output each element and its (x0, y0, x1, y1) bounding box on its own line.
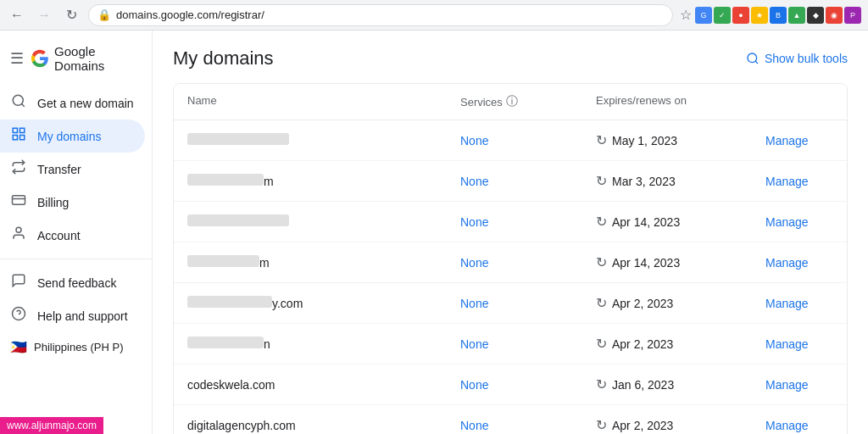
sidebar-logo-text: Google Domains (54, 44, 142, 73)
renew-icon: ↻ (596, 254, 607, 270)
domain-name (187, 214, 460, 229)
locale-label: Philippines (PH P) (34, 341, 124, 353)
sidebar-item-transfer[interactable]: Transfer (0, 153, 145, 186)
forward-button[interactable]: → (34, 5, 54, 25)
sidebar-item-send-feedback[interactable]: Send feedback (0, 266, 145, 299)
lock-icon: 🔒 (97, 8, 111, 21)
renew-icon: ↻ (596, 336, 607, 352)
services-value: None (460, 419, 596, 432)
expires-value: ↻ Apr 2, 2023 (596, 336, 765, 352)
sidebar-item-account[interactable]: Account (0, 219, 145, 252)
bookmark-icon[interactable]: ☆ (680, 7, 692, 23)
table-row: None ↻ May 1, 2023 Manage (174, 120, 847, 161)
manage-cell: Manage (765, 378, 833, 392)
ext-icon-1: G (695, 7, 712, 24)
col-expires-header: Expires/renews on (596, 94, 765, 109)
manage-button[interactable]: Manage (765, 337, 809, 351)
svg-rect-2 (13, 128, 17, 132)
table-row: codeskwela.com None ↻ Jan 6, 2023 Manage (174, 364, 847, 405)
feedback-icon (10, 273, 27, 292)
renew-icon: ↻ (596, 132, 607, 148)
table-header: Name Services ⓘ Expires/renews on (174, 84, 847, 120)
sidebar-item-help-support[interactable]: Help and support (0, 299, 145, 332)
ext-icon-8: ◉ (826, 7, 843, 24)
services-value: None (460, 175, 596, 188)
sidebar-item-label: My domains (37, 130, 101, 143)
manage-button[interactable]: Manage (765, 175, 809, 188)
sidebar-item-get-new-domain[interactable]: Get a new domain (0, 86, 145, 120)
manage-button[interactable]: Manage (765, 256, 809, 270)
billing-icon (10, 192, 27, 212)
expires-value: ↻ Jan 6, 2023 (596, 376, 765, 392)
svg-point-8 (16, 227, 21, 232)
ext-icon-6: ▲ (788, 7, 805, 24)
table-row: y.com None ↻ Apr 2, 2023 Manage (174, 283, 847, 324)
redacted-name (187, 214, 289, 226)
table-row: m None ↻ Apr 14, 2023 Manage (174, 242, 847, 283)
search-icon (10, 93, 27, 113)
extension-icons: G ✓ ● ★ B ▲ ◆ ◉ P (695, 7, 861, 24)
locale-selector[interactable]: 🇵🇭 Philippines (PH P) (0, 332, 152, 362)
domain-name: m (187, 174, 460, 188)
svg-rect-5 (20, 136, 25, 140)
sidebar-item-label: Account (37, 229, 81, 242)
domain-name: n (187, 337, 460, 351)
show-bulk-tools-button[interactable]: Show bulk tools (746, 52, 848, 65)
page-header: My domains Show bulk tools (173, 47, 848, 70)
domains-icon (10, 126, 27, 146)
services-value: None (460, 337, 596, 351)
expires-value: ↻ Apr 14, 2023 (596, 214, 765, 230)
renew-icon: ↻ (596, 376, 607, 392)
expires-value: ↻ Apr 14, 2023 (596, 254, 765, 270)
services-value: None (460, 134, 596, 147)
sidebar-item-my-domains[interactable]: My domains (0, 120, 145, 153)
bulk-icon (746, 52, 760, 65)
url-text: domains.google.com/registrar/ (116, 8, 264, 21)
manage-button[interactable]: Manage (765, 215, 809, 229)
svg-point-11 (748, 53, 757, 63)
svg-rect-4 (13, 136, 17, 140)
hamburger-icon[interactable]: ☰ (10, 49, 24, 68)
ext-icon-7: ◆ (807, 7, 824, 24)
ext-icon-9: P (844, 7, 861, 24)
app-container: ☰ Google Domains Get a new domain (0, 31, 868, 434)
svg-line-12 (755, 61, 758, 64)
col-action-header (765, 94, 833, 109)
manage-button[interactable]: Manage (765, 297, 809, 310)
redacted-name (187, 174, 264, 186)
table-row: m None ↻ Mar 3, 2023 Manage (174, 161, 847, 202)
manage-button[interactable]: Manage (765, 419, 809, 432)
svg-rect-3 (20, 128, 25, 132)
renew-icon: ↻ (596, 173, 607, 189)
table-row: None ↻ Apr 14, 2023 Manage (174, 202, 847, 242)
manage-button[interactable]: Manage (765, 134, 809, 147)
renew-icon: ↻ (596, 295, 607, 311)
redacted-name (187, 296, 272, 308)
renew-icon: ↻ (596, 417, 607, 433)
manage-button[interactable]: Manage (765, 378, 809, 392)
domains-table: Name Services ⓘ Expires/renews on None ↻… (173, 83, 848, 434)
address-bar[interactable]: 🔒 domains.google.com/registrar/ (88, 4, 673, 26)
svg-rect-6 (13, 196, 25, 205)
bulk-btn-label: Show bulk tools (765, 52, 848, 65)
manage-cell: Manage (765, 134, 833, 147)
redacted-name (187, 337, 264, 348)
domain-name: digitalagencyph.com (187, 419, 460, 432)
expires-value: ↻ May 1, 2023 (596, 132, 765, 148)
ext-icon-4: ★ (751, 7, 768, 24)
redacted-name (187, 133, 289, 145)
back-button[interactable]: ← (7, 5, 27, 25)
renew-icon: ↻ (596, 214, 607, 230)
sidebar: ☰ Google Domains Get a new domain (0, 31, 153, 434)
transfer-icon (10, 159, 27, 179)
sidebar-item-billing[interactable]: Billing (0, 186, 145, 219)
sidebar-item-label: Transfer (37, 163, 81, 176)
manage-cell: Manage (765, 337, 833, 351)
reload-button[interactable]: ↻ (61, 5, 81, 25)
table-row: digitalagencyph.com None ↻ Apr 2, 2023 M… (174, 405, 847, 434)
browser-chrome: ← → ↻ 🔒 domains.google.com/registrar/ ☆ … (0, 0, 868, 31)
services-info-icon[interactable]: ⓘ (506, 94, 518, 109)
expires-value: ↻ Apr 2, 2023 (596, 295, 765, 311)
sidebar-item-label: Send feedback (37, 276, 116, 290)
domain-name: y.com (187, 296, 460, 310)
